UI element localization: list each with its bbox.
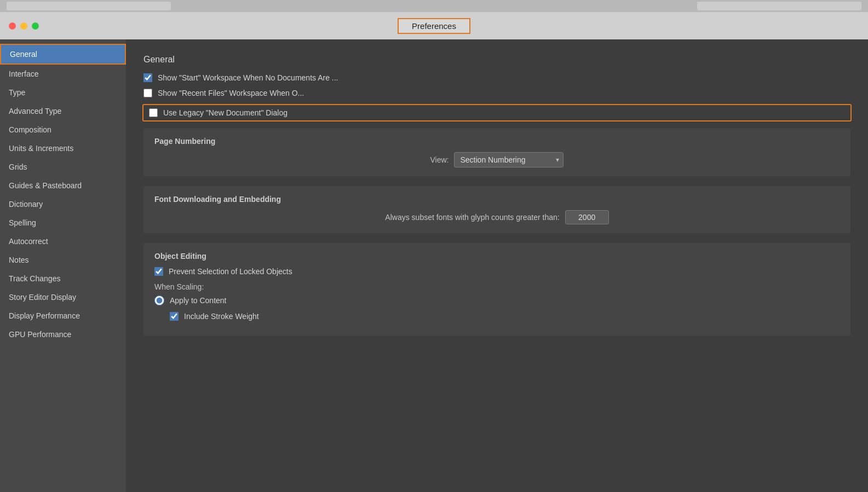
sidebar-item-advanced-type[interactable]: Advanced Type [0,102,126,120]
traffic-lights [9,22,39,30]
label-use-legacy-dialog: Use Legacy "New Document" Dialog [163,108,288,117]
sidebar-item-spelling[interactable]: Spelling [0,213,126,232]
sidebar-item-type[interactable]: Type [0,83,126,102]
title-bar: Preferences [0,12,868,39]
minimize-button[interactable] [20,22,27,30]
font-embed-label: Always subset fonts with glyph counts gr… [385,213,559,222]
page-numbering-row: View: Section Numbering Absolute Numberi… [154,152,840,167]
content-section-title: General [143,55,850,65]
label-show-start-workspace: Show "Start" Workspace When No Documents… [158,73,338,82]
sidebar-item-track-changes[interactable]: Track Changes [0,269,126,288]
prevent-selection-row: Prevent Selection of Locked Objects [154,267,840,276]
option-row-show-start-workspace: Show "Start" Workspace When No Documents… [143,73,850,82]
apply-to-content-label: Apply to Content [170,296,227,305]
font-downloading-panel: Font Downloading and Embedding Always su… [143,186,850,233]
font-embed-row: Always subset fonts with glyph counts gr… [154,210,840,224]
os-window-bar [0,0,868,12]
sidebar-item-interface[interactable]: Interface [0,65,126,83]
font-downloading-title: Font Downloading and Embedding [154,195,840,204]
prevent-selection-label: Prevent Selection of Locked Objects [169,267,292,276]
apply-to-content-row: Apply to Content [154,296,840,305]
view-select-wrapper: Section Numbering Absolute Numbering [454,152,564,167]
sidebar-item-autocorrect[interactable]: Autocorrect [0,232,126,251]
sidebar-item-display-performance[interactable]: Display Performance [0,306,126,325]
checkbox-show-start-workspace[interactable] [143,73,152,82]
include-stroke-checkbox[interactable] [170,312,179,321]
top-left-input[interactable] [7,2,171,10]
object-editing-panel: Object Editing Prevent Selection of Lock… [143,243,850,336]
dialog-title: Preferences [398,18,470,34]
apply-to-content-radio[interactable] [154,296,164,305]
prevent-selection-checkbox[interactable] [154,267,163,276]
glyph-count-input[interactable] [565,210,609,224]
sidebar-item-gpu-performance[interactable]: GPU Performance [0,325,126,344]
option-row-show-recent-files: Show "Recent Files" Workspace When O... [143,89,850,97]
sidebar-item-guides-pasteboard[interactable]: Guides & Pasteboard [0,176,126,195]
sidebar-item-grids[interactable]: Grids [0,158,126,176]
close-button[interactable] [9,22,16,30]
when-scaling-label: When Scaling: [154,282,840,291]
sidebar-item-notes[interactable]: Notes [0,251,126,269]
view-dropdown[interactable]: Section Numbering Absolute Numbering [454,152,564,167]
top-right-input[interactable] [697,2,861,10]
include-stroke-label: Include Stroke Weight [184,312,259,321]
sidebar-item-composition[interactable]: Composition [0,120,126,139]
include-stroke-row: Include Stroke Weight [170,312,840,321]
main-container: GeneralInterfaceTypeAdvanced TypeComposi… [0,39,868,492]
label-show-recent-files: Show "Recent Files" Workspace When O... [158,89,304,97]
sidebar-item-general[interactable]: General [0,44,126,65]
sidebar-item-units-increments[interactable]: Units & Increments [0,139,126,158]
content-panel: General Show "Start" Workspace When No D… [126,39,868,492]
option-row-use-legacy-dialog: Use Legacy "New Document" Dialog [142,104,852,121]
sidebar: GeneralInterfaceTypeAdvanced TypeComposi… [0,39,126,492]
checkbox-use-legacy-dialog[interactable] [149,108,158,117]
general-options: Show "Start" Workspace When No Documents… [143,73,850,121]
checkbox-show-recent-files[interactable] [143,89,152,97]
sidebar-item-dictionary[interactable]: Dictionary [0,195,126,213]
object-editing-title: Object Editing [154,252,840,261]
view-label: View: [430,155,449,164]
page-numbering-title: Page Numbering [154,137,840,146]
page-numbering-panel: Page Numbering View: Section Numbering A… [143,128,850,176]
maximize-button[interactable] [32,22,39,30]
sidebar-item-story-editor-display[interactable]: Story Editor Display [0,288,126,306]
